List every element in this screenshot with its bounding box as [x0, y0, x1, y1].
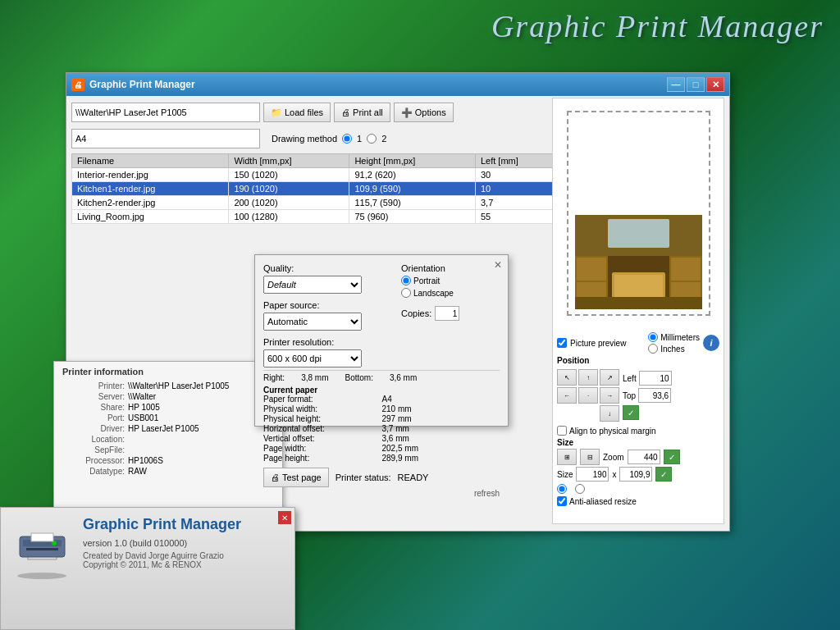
- millimeters-radio[interactable]: [648, 332, 658, 342]
- drawing-method-2-radio[interactable]: [367, 134, 377, 144]
- size-zoom-row: ⊞ ⊟ Zoom ✓: [557, 449, 719, 465]
- drawing-method-1-radio[interactable]: [342, 134, 352, 144]
- h-offset-key: Horizontal offset:: [263, 424, 381, 433]
- close-button[interactable]: ✕: [706, 77, 724, 92]
- paper-source-select[interactable]: Automatic: [263, 313, 362, 331]
- port-key: Port:: [62, 413, 128, 422]
- printer-info-title: Printer information: [62, 367, 274, 377]
- copies-row: Copies:: [401, 306, 500, 321]
- quality-select[interactable]: Default: [263, 276, 362, 294]
- cell-filename: Interior-render.jpg: [72, 168, 229, 182]
- picture-preview-row: Picture preview Millimeters Inches i: [557, 332, 719, 354]
- paper-format-val: A4: [382, 395, 500, 404]
- portrait-radio-row: Portrait: [401, 276, 500, 285]
- col-left: Left [mm]: [475, 154, 560, 168]
- svg-rect-8: [671, 258, 701, 281]
- pos-topleft-btn[interactable]: ↖: [557, 369, 577, 386]
- bottom-value: 3,6 mm: [390, 373, 417, 382]
- top-input[interactable]: [638, 388, 671, 403]
- load-files-button[interactable]: 📁 Load files: [263, 103, 331, 122]
- right-value: 3,8 mm: [301, 373, 328, 382]
- size-radio2[interactable]: [575, 484, 585, 494]
- antialiased-checkbox[interactable]: [557, 496, 567, 506]
- pos-topcenter-btn[interactable]: ↑: [578, 369, 598, 386]
- about-version: version 1.0 (build 010000): [83, 538, 286, 548]
- h-offset-val: 3,7 mm: [382, 424, 500, 433]
- col-filename: Filename: [72, 154, 229, 168]
- inches-label: Inches: [660, 345, 684, 354]
- test-page-icon: 🖨: [271, 472, 280, 482]
- print-all-button[interactable]: 🖨 Print all: [334, 103, 390, 122]
- preview-area: [553, 98, 724, 328]
- quality-right: Orientation Portrait Landscape Copies:: [401, 263, 500, 368]
- printer-dropdown[interactable]: \\Walter\HP LaserJet P1005: [71, 103, 260, 122]
- picture-preview-checkbox[interactable]: [557, 338, 567, 348]
- about-icon: [9, 516, 75, 582]
- bottom-label: Bottom:: [345, 373, 372, 382]
- test-page-button[interactable]: 🖨 Test page: [263, 468, 329, 487]
- server-key: Server:: [62, 392, 128, 401]
- paper-source-label: Paper source:: [263, 300, 393, 310]
- sepfile-key: SepFile:: [62, 445, 128, 454]
- svg-rect-6: [577, 258, 606, 281]
- pos-bottomcenter-btn[interactable]: ↓: [600, 405, 619, 422]
- location-key: Location:: [62, 435, 128, 444]
- size-label: Size: [557, 470, 573, 479]
- resolution-select[interactable]: 600 x 600 dpi: [263, 349, 362, 368]
- phys-height-key: Physical height:: [263, 414, 381, 423]
- port-row: Port: USB001: [62, 413, 274, 422]
- zoom-input[interactable]: [628, 450, 660, 464]
- pos-topright-btn[interactable]: ↗: [600, 369, 619, 386]
- antialiased-row: Anti-aliased resize: [557, 496, 719, 506]
- size-btn2[interactable]: ⊟: [580, 449, 600, 465]
- cell-filename: Living_Room.jpg: [72, 210, 229, 224]
- window-title: Graphic Print Manager: [89, 79, 195, 90]
- quality-dialog-close[interactable]: ✕: [491, 258, 504, 272]
- zoom-confirm-button[interactable]: ✓: [664, 450, 680, 464]
- v-offset-val: 3,6 mm: [382, 434, 500, 443]
- printer-logo-icon: [11, 518, 73, 580]
- preview-dashed-border: [567, 111, 710, 316]
- align-physical-checkbox[interactable]: [557, 426, 567, 436]
- refresh-link[interactable]: refresh: [263, 489, 500, 498]
- left-label: Left: [623, 374, 637, 383]
- copies-input[interactable]: [435, 306, 459, 321]
- millimeters-radio-row: Millimeters: [648, 332, 700, 342]
- resolution-label: Printer resolution:: [263, 337, 393, 347]
- share-key: Share:: [62, 403, 128, 412]
- landscape-radio[interactable]: [401, 288, 411, 298]
- about-close-button[interactable]: ✕: [278, 511, 291, 524]
- minimize-button[interactable]: —: [667, 77, 685, 92]
- cell-height: 91,2 (620): [349, 168, 476, 182]
- margins-row: Right: 3,8 mm Bottom: 3,6 mm: [263, 373, 500, 382]
- size-btn1[interactable]: ⊞: [557, 449, 577, 465]
- left-input[interactable]: [639, 371, 672, 386]
- size-height-input[interactable]: [619, 467, 652, 482]
- units-info-button[interactable]: i: [703, 335, 719, 351]
- datatype-row: Datatype: RAW: [62, 467, 274, 476]
- top-label: Top: [623, 391, 636, 400]
- printer-status-value: READY: [398, 472, 429, 482]
- size-section-label: Size: [557, 438, 719, 447]
- position-confirm-button[interactable]: ✓: [623, 405, 639, 420]
- inches-radio-row: Inches: [648, 344, 700, 354]
- paper-size-dropdown[interactable]: A4: [71, 129, 260, 148]
- pos-middleleft-btn[interactable]: ←: [557, 387, 577, 404]
- options-button[interactable]: ➕ Options: [394, 103, 454, 122]
- size-confirm-button[interactable]: ✓: [655, 467, 672, 482]
- pos-middleright-btn[interactable]: →: [600, 387, 619, 404]
- page-height-key: Page height:: [263, 454, 381, 463]
- about-title: Graphic Print Manager: [83, 516, 286, 533]
- landscape-label: Landscape: [413, 289, 454, 298]
- pos-center-btn[interactable]: ·: [578, 387, 598, 404]
- svg-point-21: [17, 573, 66, 579]
- paper-info-grid: Paper format: A4 Physical width: 210 mm …: [263, 395, 500, 463]
- maximize-button[interactable]: □: [687, 77, 705, 92]
- portrait-radio[interactable]: [401, 276, 411, 285]
- preview-image: [575, 215, 702, 309]
- inches-radio[interactable]: [648, 344, 658, 354]
- size-radio1[interactable]: [557, 484, 567, 494]
- preview-panel: Picture preview Millimeters Inches i Pos…: [552, 98, 724, 524]
- size-width-input[interactable]: [576, 467, 609, 482]
- page-width-val: 202,5 mm: [382, 444, 500, 453]
